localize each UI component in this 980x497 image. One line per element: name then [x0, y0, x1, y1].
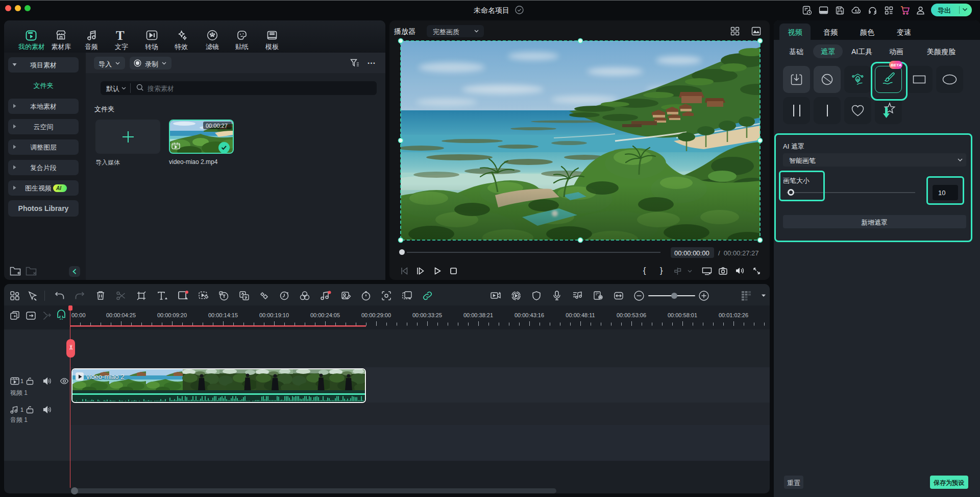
svg-text:00:00:58:01: 00:00:58:01 — [668, 312, 697, 318]
svg-text:00:00:29:00: 00:00:29:00 — [361, 312, 391, 318]
svg-text:00:00:14:15: 00:00:14:15 — [208, 312, 238, 318]
svg-text:00:00:19:10: 00:00:19:10 — [259, 312, 289, 318]
svg-text:00:00:09:20: 00:00:09:20 — [157, 312, 187, 318]
svg-text:00:00:04:25: 00:00:04:25 — [106, 312, 136, 318]
svg-text:00:00:24:05: 00:00:24:05 — [310, 312, 340, 318]
svg-text:00:00:33:25: 00:00:33:25 — [412, 312, 442, 318]
svg-text:00:00:43:16: 00:00:43:16 — [514, 312, 544, 318]
svg-text:00:01:02:26: 00:01:02:26 — [719, 312, 748, 318]
svg-text:00:00:48:11: 00:00:48:11 — [566, 312, 595, 318]
svg-text:00:00:53:06: 00:00:53:06 — [617, 312, 646, 318]
svg-text:00:00:38:21: 00:00:38:21 — [463, 312, 493, 318]
svg-text:00:00: 00:00 — [71, 312, 86, 318]
